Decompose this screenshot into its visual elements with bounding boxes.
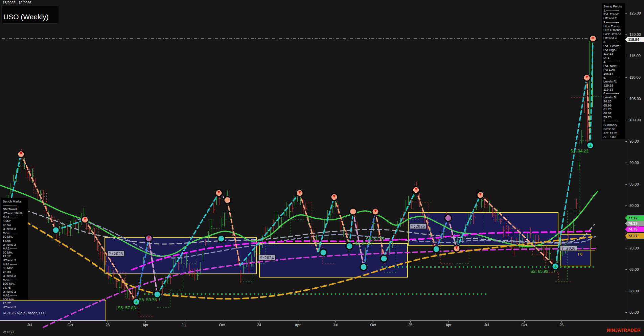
bench-marks-line: 84.06 bbox=[3, 239, 22, 243]
pivot-marker-teal[interactable] bbox=[586, 141, 594, 149]
date-range-label: 18/2022 - 12/2026 bbox=[3, 1, 31, 5]
price-tick-mark bbox=[625, 269, 627, 270]
swing-connector-salmon[interactable] bbox=[334, 197, 349, 244]
bench-marks-line: UTrend 2 bbox=[3, 258, 22, 262]
pivot-marker-salmon[interactable] bbox=[17, 150, 25, 158]
svg-text:Y:2026: Y:2026 bbox=[561, 246, 576, 251]
pivot-marker-teal[interactable] bbox=[217, 235, 225, 243]
time-tick-mark bbox=[184, 321, 184, 322]
support-level-label: S5: 59.78 bbox=[139, 297, 157, 302]
price-tick-label: 65.00 bbox=[629, 267, 639, 271]
red-trailing-stop-steps bbox=[21, 167, 72, 246]
ninjatrader-logo: NINJATRADER bbox=[607, 328, 641, 333]
time-tick-mark bbox=[222, 321, 222, 322]
price-tick-label: 120.00 bbox=[629, 32, 641, 37]
pivot-marker-teal[interactable] bbox=[551, 262, 559, 270]
price-tick-label: 80.00 bbox=[629, 203, 639, 208]
time-tick-label: Apr bbox=[142, 323, 148, 327]
swing-pivots-line: 4.------------ bbox=[603, 60, 622, 64]
pivot-marker-salmon[interactable] bbox=[330, 193, 338, 201]
fib-zero-label: F0 bbox=[578, 252, 582, 257]
pivot-marker-teal[interactable] bbox=[360, 263, 368, 271]
price-tick-label: 100.00 bbox=[629, 118, 641, 122]
swing-pivots-line: 119.13 bbox=[603, 52, 622, 56]
price-tick-mark bbox=[625, 184, 627, 185]
bench-marks-line: 74.75 bbox=[3, 286, 22, 290]
time-axis-line[interactable] bbox=[0, 320, 644, 321]
swing-pivots-line: Pvt High bbox=[603, 48, 622, 52]
ninjatrader-chart-window: F0Y:2023Y:2024Y:2025Y:2026S5: 57.83S5: 5… bbox=[0, 0, 644, 336]
support-level-label: S4: 60.67 bbox=[354, 241, 373, 246]
swing-pivots-line: 1.------------ bbox=[603, 8, 622, 13]
pivot-marker-salmon[interactable] bbox=[412, 186, 420, 194]
pivot-marker-salmon[interactable] bbox=[583, 74, 591, 82]
time-tick-label: Jul bbox=[27, 323, 32, 327]
price-tick-mark bbox=[625, 56, 627, 56]
time-tick-label: 25 bbox=[408, 323, 412, 327]
bench-marks-line: Bench Marks bbox=[3, 199, 22, 203]
pivot-marker-teal[interactable] bbox=[52, 226, 60, 234]
swing-pivots-line: SP's: 68 bbox=[603, 127, 622, 131]
bench-marks-line: 5 MA: bbox=[3, 219, 22, 223]
swing-connector-teal[interactable] bbox=[349, 212, 353, 244]
price-tick-mark bbox=[625, 141, 627, 142]
time-tick-mark bbox=[298, 321, 298, 322]
year-label-Y:2025[interactable]: Y:2025 bbox=[410, 223, 427, 229]
price-tick-mark bbox=[625, 34, 627, 35]
time-tick-label: 24 bbox=[257, 323, 261, 327]
swing-connector-salmon[interactable] bbox=[300, 193, 318, 252]
pivot-marker-teal[interactable] bbox=[380, 255, 388, 263]
pivot-marker-salmon[interactable] bbox=[589, 34, 597, 43]
year-label-Y:2024[interactable]: Y:2024 bbox=[258, 255, 275, 260]
pivot-marker-salmon[interactable] bbox=[223, 196, 231, 204]
swing-pivots-line: AF: 7.00 bbox=[603, 135, 622, 139]
swing-pivots-line: 2.------------ bbox=[603, 20, 622, 24]
year-label-Y:2026[interactable]: Y:2026 bbox=[560, 245, 577, 251]
pivot-marker-purple[interactable] bbox=[145, 234, 153, 242]
time-tick-mark bbox=[524, 321, 525, 322]
price-tick-label: 95.00 bbox=[629, 139, 639, 143]
time-tick-mark bbox=[448, 321, 449, 322]
time-tick-label: Jul bbox=[333, 323, 338, 327]
price-tag-76.33: 76.33 bbox=[625, 221, 644, 226]
pivot-marker-teal[interactable] bbox=[432, 245, 440, 253]
swing-pivots-line: 129.92 bbox=[603, 83, 622, 88]
pivot-marker-teal[interactable] bbox=[345, 242, 353, 250]
time-tick-mark bbox=[108, 321, 108, 322]
swing-pivots-line: AR: 19.21 bbox=[603, 131, 622, 135]
swing-pivots-line: Swing Pivots bbox=[603, 4, 622, 8]
swing-pivots-line: Pvt Low bbox=[603, 68, 622, 72]
pivot-marker-salmon[interactable] bbox=[371, 208, 380, 216]
swing-pivots-line: Pvt. Evolve: bbox=[603, 44, 622, 48]
pivot-marker-salmon[interactable] bbox=[81, 216, 89, 224]
bench-marks-line: MA2.------ bbox=[3, 231, 22, 235]
time-tick-label: 26 bbox=[559, 323, 564, 327]
time-tick-label: Jul bbox=[182, 323, 186, 327]
bench-marks-line: 93.54 bbox=[3, 223, 22, 227]
price-axis-line[interactable] bbox=[627, 0, 627, 320]
bench-marks-line: UTrend 104% bbox=[3, 211, 22, 215]
price-tick-mark bbox=[625, 206, 627, 206]
bench-marks-line: 10 MA: bbox=[3, 235, 22, 239]
price-tick-mark bbox=[625, 99, 627, 99]
pivot-marker-salmon[interactable] bbox=[296, 189, 304, 197]
swing-pivots-line: D: 1 bbox=[603, 56, 622, 60]
pivot-marker-salmon[interactable] bbox=[349, 208, 357, 216]
swing-pivots-line: 106.57 bbox=[603, 72, 622, 76]
swing-pivots-line: Levels R: bbox=[603, 79, 622, 83]
pivot-marker-purple[interactable] bbox=[444, 214, 452, 222]
year-label-Y:2023[interactable]: Y:2023 bbox=[108, 251, 124, 256]
pivot-marker-salmon[interactable] bbox=[453, 244, 461, 253]
swing-pivots-line: Pvt. Next: bbox=[603, 64, 622, 68]
bench-marks-panel: Bench Marks-------------BM Trend:UTrend … bbox=[3, 199, 22, 309]
pivot-marker-salmon[interactable] bbox=[476, 191, 484, 199]
support-level-label: S2: 65.99 bbox=[530, 269, 549, 274]
bench-marks-line: 76.33 bbox=[3, 270, 22, 274]
price-chart-canvas[interactable]: F0Y:2023Y:2024Y:2025Y:2026S5: 57.83S5: 5… bbox=[0, 0, 644, 336]
pivot-marker-teal[interactable] bbox=[319, 248, 327, 257]
time-tick-mark bbox=[30, 321, 30, 322]
support-level-label: S3: 61.75 bbox=[366, 237, 384, 241]
time-tick-label: Apr bbox=[445, 323, 451, 327]
time-tick-mark bbox=[335, 321, 336, 322]
pivot-marker-salmon[interactable] bbox=[215, 189, 223, 197]
